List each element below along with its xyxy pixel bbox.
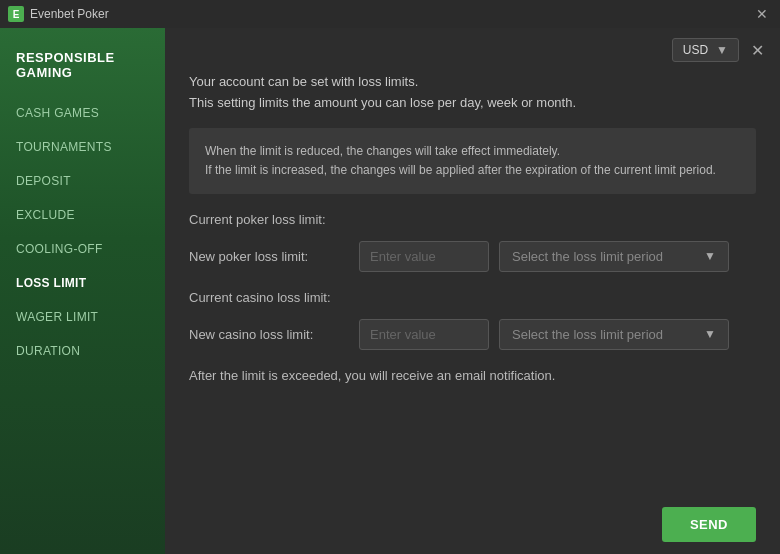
info-line2: If the limit is increased, the changes w…: [205, 161, 740, 180]
top-bar: USD ▼ ✕: [165, 28, 780, 72]
poker-period-chevron-icon: ▼: [704, 249, 716, 263]
poker-period-selector[interactable]: Select the loss limit period ▼: [499, 241, 729, 272]
poker-limit-input[interactable]: [359, 241, 489, 272]
new-poker-limit-label: New poker loss limit:: [189, 249, 349, 264]
sidebar-item-cooling-off[interactable]: COOLING-OFF: [0, 232, 165, 266]
intro-line2: This setting limits the amount you can l…: [189, 93, 756, 114]
info-line1: When the limit is reduced, the changes w…: [205, 142, 740, 161]
send-button[interactable]: SEND: [662, 507, 756, 542]
current-poker-limit-label: Current poker loss limit:: [189, 212, 756, 227]
bottom-bar: SEND: [165, 499, 780, 554]
sidebar: RESPONSIBLE GAMING CASH GAMES TOURNAMENT…: [0, 28, 165, 554]
currency-value: USD: [683, 43, 708, 57]
intro-text: Your account can be set with loss limits…: [189, 72, 756, 114]
app-title: Evenbet Poker: [30, 7, 752, 21]
casino-period-selector[interactable]: Select the loss limit period ▼: [499, 319, 729, 350]
title-bar: E Evenbet Poker ✕: [0, 0, 780, 28]
poker-period-placeholder: Select the loss limit period: [512, 249, 663, 264]
casino-period-chevron-icon: ▼: [704, 327, 716, 341]
sidebar-item-exclude[interactable]: EXCLUDE: [0, 198, 165, 232]
currency-selector[interactable]: USD ▼: [672, 38, 739, 62]
current-casino-limit-label: Current casino loss limit:: [189, 290, 756, 305]
email-note: After the limit is exceeded, you will re…: [189, 368, 756, 383]
new-casino-limit-label: New casino loss limit:: [189, 327, 349, 342]
sidebar-item-wager-limit[interactable]: WAGER LIMIT: [0, 300, 165, 334]
sidebar-item-duration[interactable]: DURATION: [0, 334, 165, 368]
sidebar-item-tournaments[interactable]: TOURNAMENTS: [0, 130, 165, 164]
sidebar-item-cash-games[interactable]: CASH GAMES: [0, 96, 165, 130]
content-area: USD ▼ ✕ Your account can be set with los…: [165, 28, 780, 554]
sidebar-title: RESPONSIBLE GAMING: [0, 38, 165, 96]
intro-line1: Your account can be set with loss limits…: [189, 72, 756, 93]
content-close-button[interactable]: ✕: [747, 39, 768, 62]
sidebar-item-deposit[interactable]: DEPOSIT: [0, 164, 165, 198]
info-box: When the limit is reduced, the changes w…: [189, 128, 756, 194]
currency-chevron-icon: ▼: [716, 43, 728, 57]
casino-limit-row: New casino loss limit: Select the loss l…: [189, 319, 756, 350]
sidebar-item-loss-limit[interactable]: LOSS LIMIT: [0, 266, 165, 300]
app-icon: E: [8, 6, 24, 22]
window-close-button[interactable]: ✕: [752, 6, 772, 22]
poker-limit-row: New poker loss limit: Select the loss li…: [189, 241, 756, 272]
main-layout: RESPONSIBLE GAMING CASH GAMES TOURNAMENT…: [0, 28, 780, 554]
casino-limit-input[interactable]: [359, 319, 489, 350]
content-body: Your account can be set with loss limits…: [165, 72, 780, 499]
casino-period-placeholder: Select the loss limit period: [512, 327, 663, 342]
